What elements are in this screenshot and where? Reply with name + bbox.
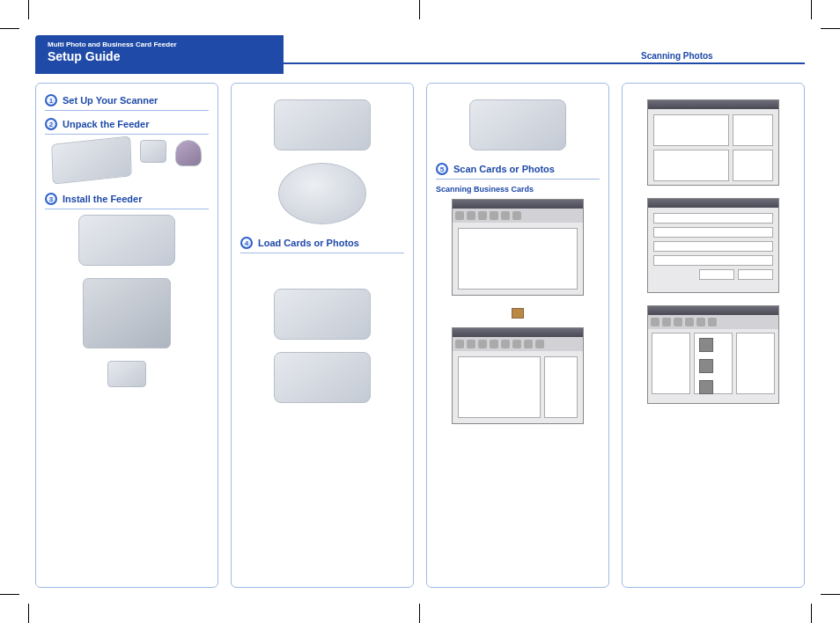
scanner-closed-illustration [78,215,175,266]
software-shortcut-icon [512,308,524,319]
step-3: 3 Install the Feeder [45,193,209,387]
scanning-photos-heading: Scanning Photos [641,51,713,61]
bizcard-software-screenshot-2 [452,327,584,424]
crop-mark [419,604,420,623]
step-title: Unpack the Feeder [63,119,149,129]
header-rule [284,62,805,64]
crop-mark [821,594,840,595]
feeder-illustration [51,136,132,184]
crop-mark [419,0,420,19]
step-title: Set Up Your Scanner [63,95,158,106]
step-4: 4 Load Cards or Photos [240,237,404,403]
step-number-icon: 1 [45,94,57,106]
step-title: Scan Cards or Photos [453,164,555,174]
crop-mark [821,28,840,29]
bizcard-software-screenshot-1 [452,199,584,296]
header-subtitle: Multi Photo and Business Card Feeder [48,40,271,48]
step-number-icon: 5 [436,163,448,175]
feeder-ready-illustration [469,99,566,150]
step-5: 5 Scan Cards or Photos Scanning Business… [436,163,600,424]
page: Multi Photo and Business Card Feeder Set… [35,35,805,588]
step-title: Load Cards or Photos [258,238,359,248]
smart-panel-screenshot [647,99,779,186]
cable-illustration [140,140,166,163]
align-cards-illustration [274,352,371,403]
load-cards-illustration [274,289,371,340]
crop-mark [28,0,29,19]
column-3: 5 Scan Cards or Photos Scanning Business… [426,83,609,588]
hinge-piece-illustration [107,361,146,387]
crop-mark [0,594,19,595]
step-number-icon: 3 [45,193,57,205]
scan-settings-screenshot [647,198,779,293]
column-1: 1 Set Up Your Scanner 2 Unpack the Feede… [35,83,218,588]
step-2: 2 Unpack the Feeder [45,118,209,180]
step-title: Install the Feeder [63,194,142,204]
scanning-business-cards-heading: Scanning Business Cards [436,185,600,194]
column-4 [622,83,805,588]
step-1: 1 Set Up Your Scanner [45,94,209,111]
header-title: Setup Guide [48,49,271,63]
pouch-illustration [175,140,202,166]
step-number-icon: 4 [240,237,253,249]
columns: 1 Set Up Your Scanner 2 Unpack the Feede… [35,74,805,588]
title-block: Multi Photo and Business Card Feeder Set… [35,35,284,74]
photo-browser-screenshot [647,305,779,404]
connect-cable-illustration [278,163,366,224]
step-number-icon: 2 [45,118,57,130]
attach-feeder-illustration [274,99,371,150]
column-2: 4 Load Cards or Photos [231,83,414,588]
crop-mark [28,604,29,623]
crop-mark [811,0,812,19]
crop-mark [0,28,19,29]
crop-mark [811,604,812,623]
scanner-open-illustration [83,278,171,348]
